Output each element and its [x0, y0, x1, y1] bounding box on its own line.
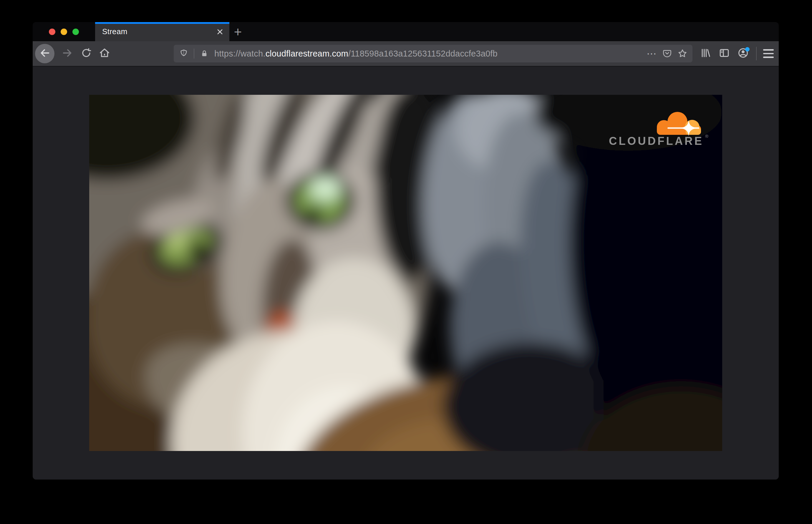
url-path: /118598a163a125631152ddaccfe3a0fb — [348, 49, 498, 58]
window-minimize-button[interactable] — [61, 29, 67, 35]
account-button[interactable] — [736, 47, 750, 61]
https-lock-icon[interactable] — [198, 48, 210, 60]
tab-bar-empty-space — [246, 22, 779, 41]
video-frame-cat: CLOUDFLARE ® — [89, 95, 722, 451]
forward-arrow-icon — [62, 47, 73, 60]
window-close-button[interactable] — [49, 29, 55, 35]
url-bar[interactable]: https://watch.cloudflarestream.com/11859… — [174, 45, 693, 62]
registered-trademark-symbol: ® — [705, 134, 708, 138]
window-zoom-button[interactable] — [72, 29, 79, 35]
tab-close-icon[interactable] — [213, 25, 226, 38]
active-tab-accent-stripe — [95, 22, 229, 24]
pocket-icon[interactable] — [661, 48, 673, 60]
browser-window: Stream + — [33, 22, 779, 479]
library-button[interactable] — [698, 47, 713, 61]
back-button[interactable] — [35, 44, 54, 63]
tab-stream[interactable]: Stream — [95, 22, 229, 41]
desktop: Stream + — [0, 0, 812, 524]
reload-button[interactable] — [80, 47, 93, 60]
menu-button[interactable] — [761, 49, 776, 58]
navigation-toolbar: https://watch.cloudflarestream.com/11859… — [33, 41, 779, 67]
cloudflare-wordmark: CLOUDFLARE — [609, 135, 704, 147]
toolbar-divider — [756, 47, 757, 60]
tracking-protection-shield-icon[interactable] — [178, 48, 190, 60]
hamburger-icon — [763, 49, 774, 51]
ellipsis-glyph: ⋯ — [647, 48, 657, 60]
reload-icon — [81, 47, 92, 60]
url-bar-divider — [194, 49, 194, 59]
tab-title: Stream — [102, 27, 213, 36]
home-button[interactable] — [98, 47, 111, 60]
bookmark-star-icon[interactable] — [677, 48, 688, 60]
sidebar-toggle-button[interactable] — [717, 47, 731, 61]
page-actions-icon[interactable]: ⋯ — [646, 48, 658, 60]
library-icon — [700, 47, 711, 60]
home-icon — [99, 47, 110, 60]
page-content: CLOUDFLARE ® — [33, 67, 779, 479]
tab-bar: Stream + — [33, 22, 779, 41]
video-player[interactable]: CLOUDFLARE ® — [89, 95, 722, 451]
sidebar-icon — [718, 47, 730, 60]
url-scheme-subdomain: https://watch. — [214, 49, 265, 58]
back-arrow-icon — [39, 47, 51, 60]
window-controls — [33, 22, 95, 41]
account-notification-badge — [745, 47, 750, 51]
url-text[interactable]: https://watch.cloudflarestream.com/11859… — [214, 49, 643, 59]
forward-button[interactable] — [61, 47, 74, 60]
new-tab-button[interactable]: + — [229, 22, 246, 41]
url-domain: cloudflarestream.com — [265, 49, 348, 58]
